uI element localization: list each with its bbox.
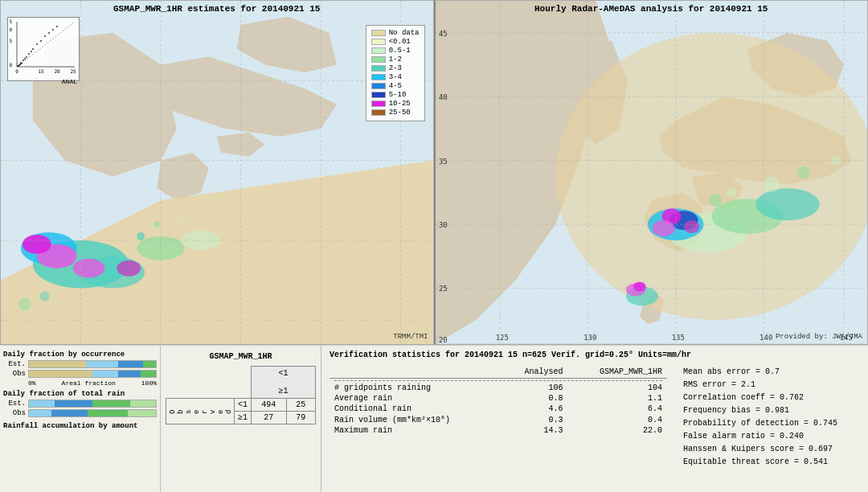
right-map-panel: Hourly Radar-AMeDAS analysis for 2014092… bbox=[434, 0, 869, 345]
svg-point-12 bbox=[18, 64, 20, 66]
svg-point-50 bbox=[40, 291, 50, 301]
svg-point-81 bbox=[727, 187, 736, 197]
bar-seg-blue-rain-obs bbox=[51, 410, 87, 416]
table-row: Maximum rain 14.3 22.0 bbox=[330, 425, 667, 436]
legend-label-3-4: 3-4 bbox=[389, 73, 402, 81]
svg-text:20: 20 bbox=[438, 336, 447, 344]
legend-25-50: 25-50 bbox=[371, 109, 420, 117]
col-ge1: ≥1 bbox=[279, 387, 289, 396]
svg-text:15: 15 bbox=[9, 38, 12, 43]
svg-text:45: 45 bbox=[438, 30, 447, 38]
bar-seg-ltblue-obs bbox=[92, 371, 118, 377]
bar-chart-rain-title: Daily fraction of total rain bbox=[3, 390, 157, 398]
bar-axis-occ: 0% Areal fraction 100% bbox=[28, 379, 157, 387]
maps-row: GSMAP_MWR_1HR estimates for 20140921 15 bbox=[0, 0, 868, 346]
svg-point-15 bbox=[44, 35, 46, 37]
bar-seg-ltgreen-rain-est bbox=[130, 400, 156, 407]
obs-label-occ: Obs bbox=[3, 370, 26, 378]
svg-point-18 bbox=[31, 51, 32, 52]
legend-label-nodata: No data bbox=[389, 29, 420, 37]
axis-start: 0% bbox=[28, 379, 36, 387]
legend-label-10-25: 10-25 bbox=[389, 100, 411, 108]
legend-color-nodata bbox=[371, 30, 386, 36]
row-label-gridpoints: # gridpoints raining bbox=[330, 383, 502, 393]
left-map-panel: GSMAP_MWR_1HR estimates for 20140921 15 bbox=[0, 0, 434, 345]
contingency-table: <1 ≥1 Observed <1 494 25 ≥1 bbox=[166, 366, 316, 424]
svg-point-19 bbox=[52, 29, 54, 31]
val-analysed-avg: 0.8 bbox=[502, 393, 567, 404]
svg-point-16 bbox=[48, 32, 50, 34]
svg-point-48 bbox=[174, 214, 179, 219]
bar-seg-green-est bbox=[143, 361, 156, 367]
val-gsmap-vol: 0.4 bbox=[567, 414, 667, 425]
svg-text:15: 15 bbox=[38, 68, 44, 74]
svg-text:0: 0 bbox=[15, 68, 18, 74]
svg-point-41 bbox=[23, 235, 51, 254]
svg-point-83 bbox=[796, 166, 809, 179]
svg-point-42 bbox=[73, 259, 105, 278]
score-corr: Correlation coeff = 0.762 bbox=[683, 392, 860, 404]
legend-label-4-5: 4-5 bbox=[389, 82, 402, 90]
main-container: GSMAP_MWR_1HR estimates for 20140921 15 bbox=[0, 0, 868, 492]
legend-box: No data <0.01 0.5-1 1-2 2-3 bbox=[366, 25, 425, 121]
svg-point-43 bbox=[117, 260, 141, 277]
svg-point-20 bbox=[56, 26, 58, 27]
legend-label-lt001: <0.01 bbox=[389, 38, 411, 46]
val-analysed-gridpoints: 106 bbox=[502, 383, 567, 393]
legend-10-25: 10-25 bbox=[371, 100, 420, 108]
svg-line-2 bbox=[17, 22, 75, 67]
legend-color-2-3 bbox=[371, 65, 386, 72]
right-map-credit: Provided by: JWA/JMA bbox=[776, 333, 862, 341]
svg-point-46 bbox=[137, 232, 145, 240]
verif-data-table: Analysed GSMAP_MWR_1HR # gridpoints rain… bbox=[330, 366, 667, 487]
right-map-svg: 45 40 35 30 25 20 125 130 135 140 145 bbox=[436, 1, 868, 344]
est-label-occ: Est. bbox=[3, 360, 26, 368]
svg-point-49 bbox=[18, 297, 31, 310]
score-far: False alarm ratio = 0.240 bbox=[683, 430, 860, 443]
obs-track-occ bbox=[28, 370, 157, 378]
left-map-credit: TRMM/TMI bbox=[393, 333, 428, 341]
est-track-rain bbox=[28, 400, 157, 408]
contingency-col-header: <1 ≥1 bbox=[252, 367, 316, 399]
table-row: Rain volume (mm*km²×10⁶) 0.3 0.4 bbox=[330, 414, 667, 425]
bar-seg-tan-est bbox=[29, 361, 86, 367]
legend-color-3-4 bbox=[371, 74, 386, 80]
val-gsmap-avg: 1.1 bbox=[567, 393, 667, 404]
verif-body: Analysed GSMAP_MWR_1HR # gridpoints rain… bbox=[330, 366, 860, 487]
svg-text:135: 135 bbox=[671, 334, 684, 342]
bar-seg-blue-rain-est bbox=[55, 400, 92, 407]
bar-seg-ltblue-est bbox=[86, 361, 118, 367]
right-map-title: Hourly Radar-AMeDAS analysis for 2014092… bbox=[534, 4, 768, 14]
svg-text:25: 25 bbox=[438, 285, 447, 293]
svg-point-11 bbox=[21, 63, 23, 64]
svg-point-8 bbox=[28, 53, 30, 55]
bar-row-est-rain: Est. bbox=[3, 400, 157, 408]
legend-color-1-2 bbox=[371, 56, 386, 63]
legend-color-10-25 bbox=[371, 100, 386, 107]
svg-text:140: 140 bbox=[760, 334, 772, 342]
legend-color-lt001 bbox=[371, 39, 386, 45]
scatter-title: 0 15 20 25 0 15 20 25 bbox=[8, 18, 79, 78]
svg-point-79 bbox=[633, 282, 645, 292]
val-analysed-max: 14.3 bbox=[502, 425, 567, 436]
bar-chart-accum-title: Rainfall accumulation by amount bbox=[3, 422, 157, 430]
svg-point-82 bbox=[764, 176, 780, 192]
row-label-rain-vol: Rain volume (mm*km²×10⁶) bbox=[330, 414, 502, 425]
val-c: 27 bbox=[252, 412, 287, 424]
svg-point-4 bbox=[23, 59, 24, 61]
svg-text:30: 30 bbox=[438, 221, 447, 229]
svg-point-71 bbox=[755, 188, 820, 220]
obs-track-rain bbox=[28, 409, 157, 417]
svg-point-13 bbox=[36, 43, 38, 45]
scatter-inset: 0 15 20 25 0 15 20 25 ANAL bbox=[7, 17, 80, 81]
svg-point-17 bbox=[17, 65, 18, 67]
row-ge1-label: ≥1 bbox=[235, 412, 252, 424]
col-lt1: <1 bbox=[279, 369, 289, 378]
axis-mid: Areal fraction bbox=[62, 379, 116, 387]
legend-1-2: 1-2 bbox=[371, 55, 420, 64]
row-label-max-rain: Maximum rain bbox=[330, 425, 502, 436]
contingency-panel: GSMAP_MWR_1HR <1 ≥1 bbox=[161, 346, 321, 492]
svg-point-75 bbox=[652, 220, 674, 236]
val-b: 25 bbox=[286, 399, 315, 412]
val-a: 494 bbox=[252, 399, 287, 412]
